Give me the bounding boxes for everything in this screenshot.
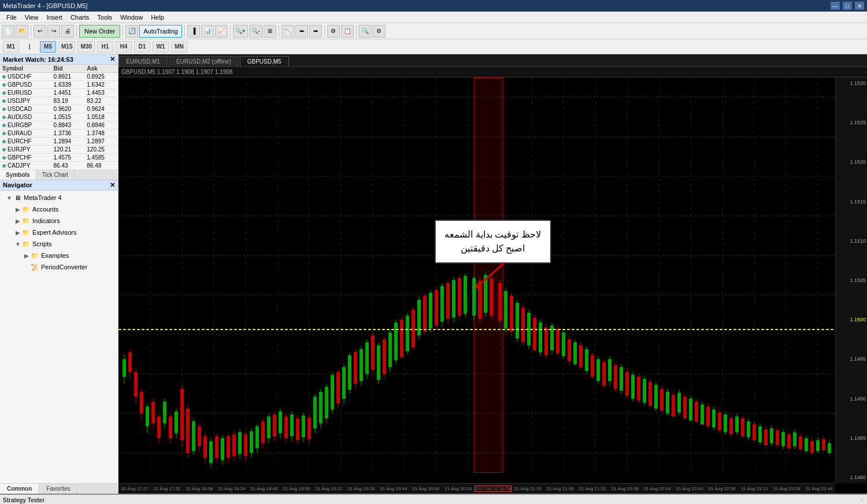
candle-chart-button[interactable]: 📊 [201, 25, 214, 38]
menu-file[interactable]: File [3, 13, 20, 22]
svg-rect-89 [279, 412, 282, 433]
svg-rect-75 [238, 432, 242, 454]
line-chart-button[interactable]: 📈 [215, 25, 228, 38]
svg-rect-241 [724, 414, 727, 432]
refresh-button[interactable]: 🔄 [125, 25, 138, 38]
maximize-button[interactable]: □ [843, 2, 852, 10]
nav-accounts[interactable]: ▶ 📁 Accounts [0, 203, 118, 215]
new-order-button[interactable]: New Order [79, 25, 120, 38]
undo-button[interactable]: ↩ [34, 25, 46, 38]
tab-tick-chart[interactable]: Tick Chart [36, 170, 75, 180]
menu-window[interactable]: Window [117, 13, 146, 22]
svg-rect-225 [677, 392, 681, 412]
options-button[interactable]: 📋 [341, 25, 354, 38]
ask-cell: 86.49 [84, 162, 118, 170]
tf-m5[interactable]: M5 [40, 41, 56, 53]
time-4: 31 Aug 18:24 [216, 486, 248, 491]
nav-examples[interactable]: ▶ 📁 Examples [0, 250, 118, 261]
open-button[interactable]: 📂 [16, 25, 28, 38]
settings-button[interactable]: ⚙ [373, 25, 386, 38]
nav-indicators[interactable]: ▶ 📁 Indicators [0, 215, 118, 227]
market-table-row[interactable]: EURCHF 1.2894 1.2897 [0, 138, 118, 146]
nav-expert-advisors[interactable]: ▶ 📁 Expert Advisors [0, 227, 118, 238]
close-button[interactable]: ✕ [855, 2, 864, 10]
folder-icon: 📁 [21, 239, 31, 249]
tf-h1[interactable]: H1 [97, 41, 113, 53]
menu-help[interactable]: Help [147, 13, 168, 22]
menu-tools[interactable]: Tools [94, 13, 116, 22]
menu-charts[interactable]: Charts [67, 13, 92, 22]
symbol-cell: GBPCHF [0, 154, 51, 162]
bid-cell: 1.2894 [51, 138, 85, 146]
symbol-cell: EURGBP [0, 121, 51, 129]
market-tab-bar: Symbols Tick Chart [0, 170, 118, 180]
symbol-dot [2, 140, 6, 143]
market-table-row[interactable]: USDJPY 83.19 83.22 [0, 97, 118, 105]
tab-symbols[interactable]: Symbols [0, 170, 36, 180]
market-table-row[interactable]: EURJPY 120.21 120.25 [0, 146, 118, 154]
close-navigator[interactable]: ✕ [110, 181, 115, 189]
svg-rect-187 [568, 339, 571, 361]
print-button[interactable]: 🖨 [61, 25, 74, 38]
tf-d1[interactable]: D1 [134, 41, 150, 53]
chart-canvas[interactable]: 1.1530 1.1525 1.1520 1.1515 1.1510 1.150… [118, 77, 867, 483]
bar-chart-button[interactable]: ▐ [187, 25, 200, 38]
chart-tab-eurusd-m1[interactable]: EURUSD,M1 [118, 56, 168, 66]
nav-period-converter[interactable]: ▶ 📜 PeriodConverter [0, 261, 118, 273]
arrow-right-button[interactable]: ➡ [309, 25, 322, 38]
nav-scripts-label: Scripts [32, 240, 52, 247]
nav-root[interactable]: ▼ 🖥 MetaTrader 4 [0, 192, 118, 203]
search-button[interactable]: 🔍 [359, 25, 372, 38]
chart-tab-gbpusd-m5[interactable]: GBPUSD,M5 [240, 56, 289, 66]
market-table-row[interactable]: USDCHF 0.8921 0.8925 [0, 73, 118, 81]
svg-rect-149 [452, 280, 455, 318]
time-11: 31 Aug 20:16 [442, 486, 475, 491]
expert-button[interactable]: ⚙ [327, 25, 340, 38]
nav-tab-common[interactable]: Common [0, 484, 39, 494]
chart-full-button[interactable]: ⊞ [264, 25, 276, 38]
expand-icon: ▼ [6, 194, 13, 201]
svg-rect-71 [227, 436, 230, 458]
close-market-watch[interactable]: ✕ [110, 55, 115, 63]
nav-tab-favorites[interactable]: Favorites [39, 484, 77, 494]
svg-rect-143 [435, 290, 438, 326]
tester-close[interactable]: ✕ [859, 497, 864, 503]
menu-insert[interactable]: Insert [43, 13, 66, 22]
zoom-out-button[interactable]: 🔍- [249, 25, 262, 38]
bid-cell: 1.6339 [51, 81, 85, 89]
chart-tab-eurusd-m2[interactable]: EURUSD,M2 (offline) [169, 56, 239, 66]
svg-rect-195 [591, 355, 594, 377]
left-panel: Market Watch: 16:24:53 ✕ Symbol Bid Ask … [0, 54, 118, 494]
minimize-button[interactable]: — [831, 2, 840, 10]
svg-rect-113 [348, 355, 351, 390]
market-table-row[interactable]: AUDUSD 1.0515 1.0518 [0, 113, 118, 121]
ask-cell: 0.8846 [84, 121, 118, 129]
tf-m30[interactable]: M30 [77, 41, 94, 53]
ask-cell: 1.6342 [84, 81, 118, 89]
market-table-row[interactable]: CADJPY 86.43 86.49 [0, 162, 118, 170]
tf-mn[interactable]: MN [171, 41, 187, 53]
redo-button[interactable]: ↪ [47, 25, 60, 38]
market-table-row[interactable]: GBPUSD 1.6339 1.6342 [0, 81, 118, 89]
new-chart-button[interactable]: 📄 [2, 25, 14, 38]
symbol-dot [2, 91, 6, 95]
tf-w1[interactable]: W1 [153, 41, 169, 53]
nav-scripts[interactable]: ▼ 📁 Scripts [0, 238, 118, 250]
svg-rect-263 [787, 434, 791, 448]
market-table-row[interactable]: GBPCHF 1.4575 1.4585 [0, 154, 118, 162]
market-table-row[interactable]: EURAUD 1.3736 1.3748 [0, 129, 118, 138]
time-19: 31 Aug 22:56 [706, 486, 738, 491]
autotrading-button[interactable]: AutoTrading [139, 25, 182, 38]
arrow-left-button[interactable]: ⬅ [295, 25, 308, 38]
market-table-row[interactable]: USDCAD 0.9620 0.9624 [0, 105, 118, 113]
tf-h4[interactable]: H4 [116, 41, 132, 53]
zoom-in-button[interactable]: 🔍+ [233, 25, 248, 38]
indicator-button[interactable]: 📉 [281, 25, 294, 38]
svg-rect-73 [232, 434, 236, 456]
tf-m15[interactable]: M15 [58, 41, 75, 53]
menu-view[interactable]: View [21, 13, 42, 22]
time-15: 31 Aug 21:52 [576, 486, 609, 491]
market-table-row[interactable]: EURUSD 1.4451 1.4453 [0, 89, 118, 97]
tf-m1[interactable]: M1 [3, 41, 19, 53]
market-table-row[interactable]: EURGBP 0.8843 0.8846 [0, 121, 118, 129]
